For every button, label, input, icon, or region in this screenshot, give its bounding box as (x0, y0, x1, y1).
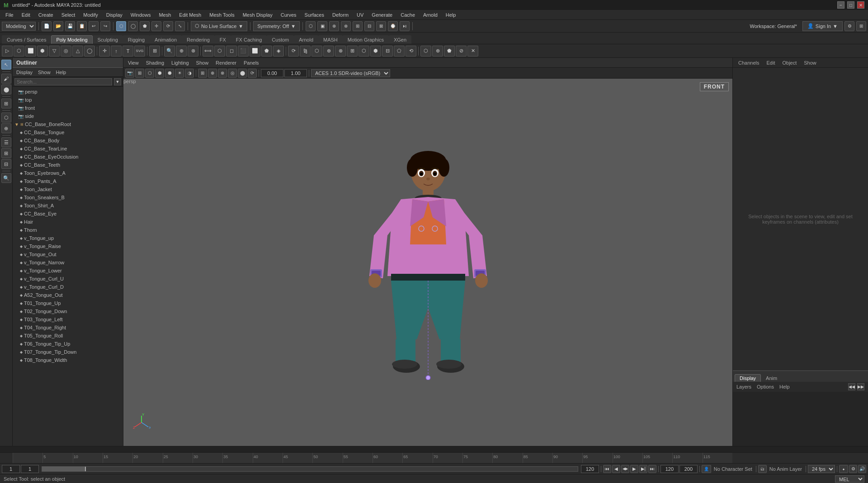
new-scene-button[interactable]: 📄 (42, 21, 52, 31)
shelf-combine-btn[interactable]: ⊕ (323, 46, 334, 56)
tab-sculpting[interactable]: Sculpting (93, 35, 123, 44)
mode-selector[interactable]: Modeling (2, 22, 36, 31)
audio-button[interactable]: 🔊 (858, 465, 866, 473)
shelf-poly-cube-btn[interactable]: ⬜ (25, 46, 36, 56)
outliner-item-t05[interactable]: ◆ T05_Tongue_Roll (13, 332, 123, 340)
outliner-item-eyebrows[interactable]: ◆ Toon_Eyebrows_A (13, 169, 123, 177)
move-tool-button[interactable]: ✛ (151, 21, 161, 31)
outliner-item-top[interactable]: 📷 top (13, 96, 123, 104)
menu-uv[interactable]: UV (353, 11, 367, 19)
shelf-smooth-btn[interactable]: ◻ (226, 46, 237, 56)
outliner-item-t07[interactable]: ◆ T07_Tongue_Tip_Down (13, 348, 123, 356)
outliner-item-sneakers[interactable]: ◆ Toon_Sneakers_B (13, 193, 123, 202)
da-sub-layers[interactable]: Layers (736, 384, 751, 389)
close-button[interactable]: ✕ (857, 1, 864, 9)
outliner-menu-display[interactable]: Display (14, 70, 34, 75)
da-sub-help[interactable]: Help (779, 384, 790, 389)
paint-select-button[interactable]: ⬟ (140, 21, 150, 31)
shelf-xray-btn[interactable]: ✕ (467, 46, 478, 56)
outliner-item-shirt[interactable]: ◆ Toon_Shirt_A (13, 202, 123, 210)
shelf-poly-cyl-btn[interactable]: ⬢ (37, 46, 48, 56)
outliner-item-vtongue-up[interactable]: ◆ v_Tongue_up (13, 234, 123, 242)
menu-create[interactable]: Create (35, 11, 57, 19)
key-settings-button[interactable]: ⚙ (849, 465, 857, 473)
tb-btn-3[interactable]: ⊕ (329, 21, 339, 31)
outliner-item-body[interactable]: ◆ CC_Base_Body (13, 136, 123, 145)
outliner-item-t01[interactable]: ◆ T01_Tongue_Up (13, 299, 123, 307)
tb-btn-1[interactable]: ⬡ (306, 21, 316, 31)
tab-custom[interactable]: Custom (267, 35, 294, 44)
shelf-connect-btn[interactable]: ⟺ (203, 46, 213, 56)
menu-generate[interactable]: Generate (368, 11, 396, 19)
outliner-search-input[interactable] (14, 78, 112, 85)
vp-hud-btn[interactable]: ⊗ (218, 69, 227, 78)
tb-btn-4[interactable]: ⊗ (341, 21, 351, 31)
outliner-item-t04[interactable]: ◆ T04_Tongue_Right (13, 324, 123, 332)
shelf-retopo-btn[interactable]: ⬟ (444, 46, 455, 56)
shelf-subdivide-btn[interactable]: ⬛ (238, 46, 249, 56)
tb-btn-6[interactable]: ⊟ (364, 21, 374, 31)
select-mode-button[interactable]: ↖ (1, 60, 11, 70)
skip-to-end-button[interactable]: ⏭ (648, 465, 656, 473)
shelf-append-btn[interactable]: ⊟ (382, 46, 393, 56)
menu-windows[interactable]: Windows (127, 11, 155, 19)
menu-mesh[interactable]: Mesh (155, 11, 175, 19)
rotate-tool-button[interactable]: ⟳ (163, 21, 173, 31)
audio-fwd-btn[interactable]: ▶▶ (857, 383, 864, 390)
outliner-item-teeth[interactable]: ◆ CC_Base_Teeth (13, 161, 123, 169)
shelf-text-btn[interactable]: T (123, 46, 133, 56)
outliner-item-persp[interactable]: 📷 persp (13, 88, 123, 96)
shelf-multi-btn[interactable]: ⬡ (214, 46, 225, 56)
outliner-search-button[interactable]: ▼ (114, 78, 121, 85)
shelf-fill-btn[interactable]: ⬢ (370, 46, 381, 56)
minimize-button[interactable]: − (837, 1, 844, 9)
menu-file[interactable]: File (2, 11, 17, 19)
vp-smooth-btn[interactable]: ⬢ (155, 69, 164, 78)
save-scene-button[interactable]: 💾 (65, 21, 75, 31)
redo-button[interactable]: ↪ (100, 21, 110, 31)
char-set-button[interactable]: 👤 (702, 465, 711, 473)
channels-show-item[interactable]: Show (802, 60, 818, 66)
shelf-grid-btn[interactable]: ⊞ (149, 46, 160, 56)
tab-curves-surfaces[interactable]: Curves / Surfaces (2, 35, 51, 44)
tab-motion-graphics[interactable]: Motion Graphics (343, 35, 389, 44)
vp-menu-show[interactable]: Show (193, 60, 212, 66)
audio-back-btn[interactable]: ◀◀ (848, 383, 855, 390)
fps-selector[interactable]: 24 fps 30 fps 60 fps (808, 465, 835, 473)
vp-wire-btn[interactable]: ⬡ (145, 69, 154, 78)
outliner-item-pants[interactable]: ◆ Toon_Pants_A (13, 177, 123, 185)
sign-in-button[interactable]: 👤 Sign In ▼ (802, 21, 843, 31)
shelf-poly-disk-btn[interactable]: ◯ (84, 46, 95, 56)
vp-snap-btn[interactable]: ⊕ (208, 69, 217, 78)
shelf-loop-btn[interactable]: ⬜ (250, 46, 260, 56)
vp-shadow-btn[interactable]: ◑ (185, 69, 194, 78)
menu-arnold[interactable]: Arnold (420, 11, 441, 19)
color-profile-select[interactable]: ACES 1.0 SDR-video (sRGB) (311, 69, 390, 77)
scale-tool-button[interactable]: ⤡ (175, 21, 185, 31)
shelf-poly-plane-btn[interactable]: ▽ (49, 46, 60, 56)
menu-mesh-tools[interactable]: Mesh Tools (206, 11, 238, 19)
menu-select[interactable]: Select (58, 11, 79, 19)
vp-value2-field[interactable] (284, 69, 307, 77)
vp-menu-lighting[interactable]: Lighting (169, 60, 192, 66)
play-forward-button[interactable]: ▶ (630, 465, 638, 473)
shelf-target-btn[interactable]: ⊗ (188, 46, 198, 56)
shelf-crease-btn[interactable]: ⊘ (456, 46, 467, 56)
tab-fx-caching[interactable]: FX Caching (231, 35, 267, 44)
vp-menu-renderer[interactable]: Renderer (213, 60, 239, 66)
anim-layer-button[interactable]: 🗂 (758, 465, 767, 473)
menu-edit[interactable]: Edit (18, 11, 34, 19)
tb-btn-2[interactable]: ▣ (317, 21, 327, 31)
menu-help[interactable]: Help (442, 11, 460, 19)
search-button[interactable]: 🔍 (1, 173, 11, 183)
menu-curves[interactable]: Curves (277, 11, 300, 19)
outliner-menu-show[interactable]: Show (36, 70, 52, 75)
play-back-button[interactable]: ◀▶ (621, 465, 629, 473)
grid-icon[interactable]: ⊞ (856, 21, 866, 31)
outliner-item-t06[interactable]: ◆ T06_Tongue_Tip_Up (13, 340, 123, 348)
shelf-extrude-btn[interactable]: ↑ (111, 46, 122, 56)
time-ruler[interactable]: 5101520253035404550556065707580859095100… (13, 453, 732, 464)
snap-grid-button[interactable]: ⬡ (1, 113, 11, 122)
vp-grid-btn[interactable]: ⊞ (198, 69, 207, 78)
tb-btn-7[interactable]: ⊠ (376, 21, 386, 31)
